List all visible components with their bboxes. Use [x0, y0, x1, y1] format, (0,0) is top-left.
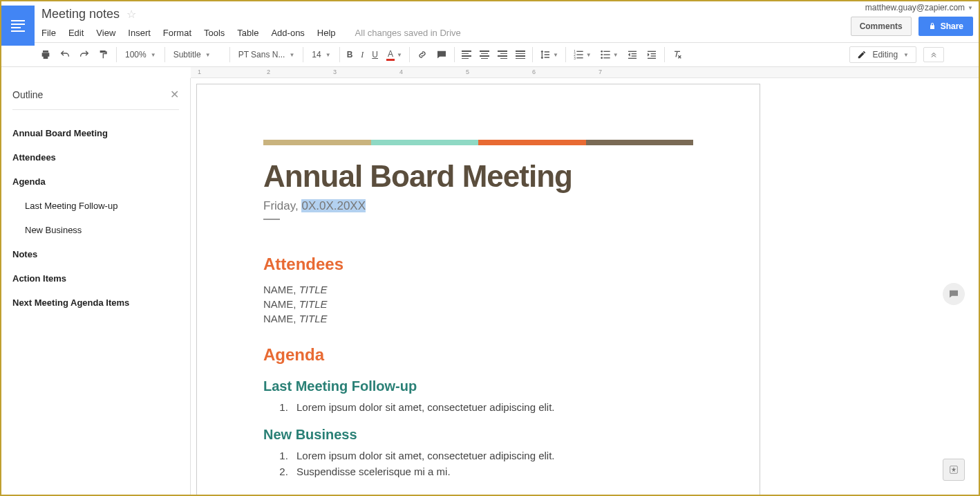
text-color-button[interactable]: A▼ [382, 46, 406, 64]
bold-button[interactable]: B [343, 47, 357, 62]
increase-indent-button[interactable] [642, 46, 661, 63]
outline-item[interactable]: Notes [12, 242, 179, 266]
close-outline-button[interactable]: ✕ [170, 88, 179, 101]
svg-rect-11 [603, 57, 610, 58]
save-status: All changes saved in Drive [355, 28, 461, 38]
editing-mode-dropdown[interactable]: Editing ▼ [849, 46, 916, 63]
menu-insert[interactable]: Insert [128, 28, 151, 38]
zoom-dropdown[interactable]: 100%▼ [120, 47, 162, 62]
app-header: Meeting notes ☆ File Edit View Insert Fo… [1, 1, 979, 43]
explore-button[interactable] [943, 459, 965, 481]
insert-link-button[interactable] [413, 46, 432, 63]
list-item[interactable]: Lorem ipsum dolor sit amet, consectetuer… [291, 401, 693, 413]
numbered-list-button[interactable]: 123▼ [569, 46, 596, 63]
align-right-button[interactable] [493, 48, 511, 62]
svg-rect-14 [631, 55, 636, 56]
style-dropdown[interactable]: Subtitle▼ [168, 47, 227, 62]
doc-heading-1[interactable]: Annual Board Meeting [263, 159, 693, 194]
menu-view[interactable]: View [96, 28, 115, 38]
menu-tools[interactable]: Tools [204, 28, 225, 38]
docs-logo[interactable] [1, 6, 35, 46]
insert-comment-button[interactable] [432, 46, 451, 63]
menu-format[interactable]: Format [163, 28, 191, 38]
menu-bar: File Edit View Insert Format Tools Table… [41, 22, 973, 43]
attendee-row[interactable]: NAME, TITLE [263, 284, 693, 295]
menu-file[interactable]: File [41, 28, 56, 38]
outline-item[interactable]: Agenda [12, 169, 179, 194]
comment-icon [436, 49, 447, 60]
align-left-icon [462, 50, 471, 59]
print-button[interactable] [36, 46, 55, 63]
paint-format-button[interactable] [94, 46, 113, 63]
svg-rect-17 [650, 53, 655, 54]
underline-icon: U [372, 50, 378, 59]
collapse-toolbar-button[interactable] [923, 47, 944, 62]
share-button[interactable]: Share [918, 17, 973, 36]
doc-date-line[interactable]: Friday, 0X.0X.20XX [263, 199, 693, 213]
outline-item[interactable]: Annual Board Meeting [12, 121, 179, 145]
svg-point-6 [601, 50, 603, 53]
date-selected-text: 0X.0X.20XX [301, 199, 366, 212]
svg-rect-10 [603, 54, 610, 55]
menu-help[interactable]: Help [317, 28, 336, 38]
font-size-dropdown[interactable]: 14▼ [306, 47, 336, 62]
list-item[interactable]: Lorem ipsum dolor sit amet, consectetuer… [291, 450, 693, 461]
svg-rect-15 [628, 58, 637, 59]
undo-button[interactable] [55, 46, 75, 63]
list-item[interactable]: Suspendisse scelerisque mi a mi. [291, 466, 693, 477]
ruler[interactable]: 1 2 3 4 5 6 7 [191, 67, 979, 78]
outline-item[interactable]: Last Meeting Follow-up [12, 194, 179, 218]
docs-logo-icon [11, 20, 25, 32]
svg-rect-9 [603, 51, 610, 52]
svg-point-8 [601, 57, 603, 59]
outline-item[interactable]: Next Meeting Agenda Items [12, 291, 179, 315]
outline-item[interactable]: Attendees [12, 145, 179, 169]
newbusiness-list[interactable]: Lorem ipsum dolor sit amet, consectetuer… [263, 450, 693, 477]
ruler-tick: 4 [399, 68, 403, 75]
clear-formatting-button[interactable] [668, 46, 687, 63]
menu-edit[interactable]: Edit [68, 28, 84, 38]
short-divider [263, 219, 280, 220]
align-justify-button[interactable] [511, 48, 529, 62]
outline-item[interactable]: New Business [12, 218, 179, 242]
doc-heading-attendees[interactable]: Attendees [263, 255, 693, 274]
bulleted-list-button[interactable]: ▼ [596, 46, 623, 63]
outline-item[interactable]: Action Items [12, 266, 179, 291]
align-center-button[interactable] [475, 48, 493, 62]
paint-roller-icon [98, 49, 109, 60]
svg-text:3: 3 [574, 57, 576, 60]
document-canvas[interactable]: Annual Board Meeting Friday, 0X.0X.20XX … [191, 78, 979, 495]
font-dropdown[interactable]: PT Sans N...▼ [233, 47, 301, 62]
doc-heading-newbusiness[interactable]: New Business [263, 427, 693, 443]
lock-icon [928, 22, 936, 30]
star-icon[interactable]: ☆ [126, 8, 136, 21]
caret-down-icon: ▼ [968, 5, 973, 11]
add-comment-bubble[interactable] [943, 283, 965, 305]
toolbar: 100%▼ Subtitle▼ PT Sans N...▼ 14▼ B I U … [1, 43, 979, 67]
ruler-tick: 5 [466, 68, 469, 75]
numbered-list-icon: 123 [573, 49, 584, 60]
line-spacing-button[interactable]: ▼ [536, 46, 563, 63]
comments-button[interactable]: Comments [851, 17, 912, 36]
underline-button[interactable]: U [368, 47, 382, 62]
doc-heading-agenda[interactable]: Agenda [263, 345, 693, 365]
decrease-indent-button[interactable] [623, 46, 642, 63]
bulleted-list-icon [600, 49, 611, 60]
menu-table[interactable]: Table [237, 28, 258, 38]
followup-list[interactable]: Lorem ipsum dolor sit amet, consectetuer… [263, 401, 693, 413]
align-left-button[interactable] [458, 48, 475, 62]
document-title[interactable]: Meeting notes [41, 7, 120, 21]
page[interactable]: Annual Board Meeting Friday, 0X.0X.20XX … [196, 84, 760, 495]
attendee-row[interactable]: NAME, TITLE [263, 313, 693, 324]
decrease-indent-icon [627, 49, 638, 60]
text-color-icon: A [386, 49, 395, 61]
doc-heading-followup[interactable]: Last Meeting Follow-up [263, 378, 693, 394]
attendee-row[interactable]: NAME, TITLE [263, 298, 693, 310]
menu-addons[interactable]: Add-ons [271, 28, 304, 38]
decorative-color-bar [263, 140, 693, 145]
user-account[interactable]: matthew.guay@zapier.com ▼ [865, 3, 973, 12]
redo-button[interactable] [75, 46, 94, 63]
align-center-icon [480, 50, 489, 59]
explore-icon [948, 464, 959, 475]
italic-button[interactable]: I [357, 47, 368, 63]
